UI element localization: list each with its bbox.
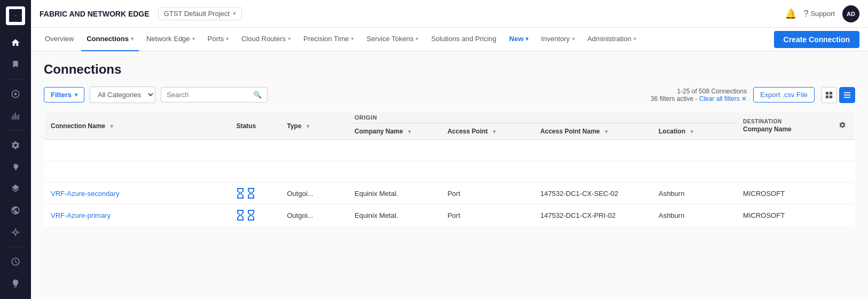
sidebar-icon-clock[interactable] [6, 253, 25, 271]
type-sort-icon[interactable]: ▼ [306, 123, 311, 129]
filters-label: Filters [51, 91, 72, 99]
svg-rect-16 [844, 95, 850, 96]
question-icon: ? [804, 9, 809, 19]
project-chevron: ▾ [233, 10, 236, 17]
svg-rect-17 [844, 97, 850, 98]
row1-name: VRF-Azure-secondary [44, 183, 230, 204]
toolbar: Filters ▾ All Categories 🔍 1-25 of 508 C… [44, 86, 855, 103]
svg-rect-15 [844, 92, 850, 93]
nav-item-service-tokens[interactable]: Service Tokens ▾ [361, 28, 424, 51]
sidebar-icon-home[interactable] [6, 34, 25, 52]
th-connection-name: Connection Name ▼ [44, 112, 230, 140]
project-selector[interactable]: GTST Default Project ▾ [158, 7, 242, 20]
filters-active-count: 36 filters active [651, 95, 693, 103]
nav-item-inventory[interactable]: Inventory ▾ [536, 28, 580, 51]
svg-point-6 [14, 231, 17, 234]
row2-actions [830, 204, 855, 226]
nav-item-overview[interactable]: Overview [40, 28, 79, 51]
access-point-sort-icon[interactable]: ▼ [491, 129, 497, 135]
filters-chevron-icon: ▾ [75, 92, 77, 98]
notification-icon[interactable]: 🔔 [785, 8, 796, 20]
project-name: GTST Default Project [164, 10, 230, 18]
origin-company-sort-icon[interactable]: ▼ [407, 129, 412, 135]
ports-chevron: ▾ [226, 36, 229, 42]
list-view-button[interactable] [839, 87, 855, 103]
pagination-info-block: 1-25 of 508 Connections 36 filters activ… [651, 88, 747, 103]
connections-chevron: ▾ [131, 36, 134, 42]
row1-dest-company: MICROSOFT [737, 183, 830, 204]
svg-rect-3 [15, 15, 22, 22]
nav-item-solutions-pricing[interactable]: Solutions and Pricing [426, 28, 502, 51]
network-edge-chevron: ▾ [192, 36, 195, 42]
search-input[interactable] [167, 88, 253, 102]
row1-ap-name: 147532-DC1-CX-SEC-02 [534, 183, 652, 204]
row2-status-icons [236, 210, 274, 221]
administration-chevron: ▾ [634, 36, 636, 42]
search-box: 🔍 [161, 87, 268, 103]
ap-name-sort-icon[interactable]: ▼ [604, 129, 609, 135]
nav-item-new[interactable]: New ▾ [504, 28, 534, 51]
sidebar-divider-3 [6, 247, 25, 247]
table-empty-row-2 [44, 161, 855, 183]
view-toggle [821, 87, 855, 103]
main-wrapper: FABRIC AND NETWORK EDGE GTST Default Pro… [31, 0, 868, 299]
sidebar-icon-bulb[interactable] [6, 274, 25, 293]
app-logo[interactable] [6, 6, 25, 25]
row1-type: Outgoi... [280, 183, 348, 204]
row1-company: Equinix Metal. [348, 183, 441, 204]
create-connection-button[interactable]: Create Connection [774, 31, 859, 48]
svg-rect-1 [15, 9, 22, 15]
sidebar-icon-globe[interactable] [6, 201, 25, 220]
location-sort-icon[interactable]: ▼ [689, 129, 694, 135]
row2-company: Equinix Metal. [348, 204, 441, 226]
nav-item-precision-time[interactable]: Precision Time ▾ [298, 28, 359, 51]
filters-button[interactable]: Filters ▾ [44, 87, 84, 103]
th-settings[interactable] [830, 112, 855, 140]
connection-name-sort-icon[interactable]: ▼ [109, 123, 114, 129]
search-icon: 🔍 [253, 91, 262, 99]
row2-connection-link[interactable]: VRF-Azure-primary [51, 211, 111, 219]
th-ap-name: Access Point Name ▼ [534, 123, 652, 140]
row2-type: Outgoi... [280, 204, 348, 226]
category-select[interactable]: All Categories [90, 86, 155, 103]
grid-view-button[interactable] [821, 87, 837, 103]
th-type: Type ▼ [280, 112, 348, 140]
sidebar-icon-layers[interactable] [6, 179, 25, 198]
user-avatar[interactable]: AD [842, 5, 859, 22]
sidebar-icon-chart[interactable] [6, 106, 25, 125]
sidebar-icon-bookmark[interactable] [6, 55, 25, 74]
top-header: FABRIC AND NETWORK EDGE GTST Default Pro… [31, 0, 868, 28]
support-link[interactable]: ? Support [804, 9, 835, 19]
nav-item-connections[interactable]: Connections ▾ [81, 28, 139, 51]
sidebar [0, 0, 31, 299]
page-title: Connections [44, 62, 855, 77]
svg-rect-2 [9, 15, 15, 22]
clear-filters-link[interactable]: Clear all filters ✕ [699, 95, 747, 103]
sidebar-divider-1 [6, 79, 25, 80]
nav-item-ports[interactable]: Ports ▾ [202, 28, 234, 51]
sidebar-icon-gear[interactable] [6, 136, 25, 155]
nav-item-cloud-routers[interactable]: Cloud Routers ▾ [236, 28, 296, 51]
inventory-chevron: ▾ [572, 36, 575, 42]
sidebar-icon-network[interactable] [6, 85, 25, 104]
row2-name: VRF-Azure-primary [44, 204, 230, 226]
nav-item-administration[interactable]: Administration ▾ [582, 28, 642, 51]
sidebar-icon-plug[interactable] [6, 158, 25, 176]
th-location: Location ▼ [652, 123, 737, 140]
nav-item-network-edge[interactable]: Network Edge ▾ [141, 28, 200, 51]
sidebar-icon-node[interactable] [6, 223, 25, 241]
service-tokens-chevron: ▾ [416, 36, 418, 42]
clear-filters-x-icon: ✕ [741, 95, 747, 103]
th-dest-company: Destination Company Name [737, 112, 830, 140]
row2-ap-name: 147532-DC1-CX-PRI-02 [534, 204, 652, 226]
row2-access-point: Port [441, 204, 534, 226]
app-title: FABRIC AND NETWORK EDGE [40, 10, 150, 18]
row1-connection-link[interactable]: VRF-Azure-secondary [51, 190, 120, 198]
table-row: VRF-Azure-secondary Outgoi... Equinix Me… [44, 183, 855, 204]
pagination-text: 1-25 of 508 Connections [651, 88, 747, 95]
svg-point-5 [14, 93, 17, 96]
th-origin-company: Company Name ▼ [348, 123, 441, 140]
row2-location: Ashburn [652, 204, 737, 226]
export-csv-button[interactable]: Export .csv File [753, 87, 815, 103]
th-access-point: Access Point ▼ [441, 123, 534, 140]
